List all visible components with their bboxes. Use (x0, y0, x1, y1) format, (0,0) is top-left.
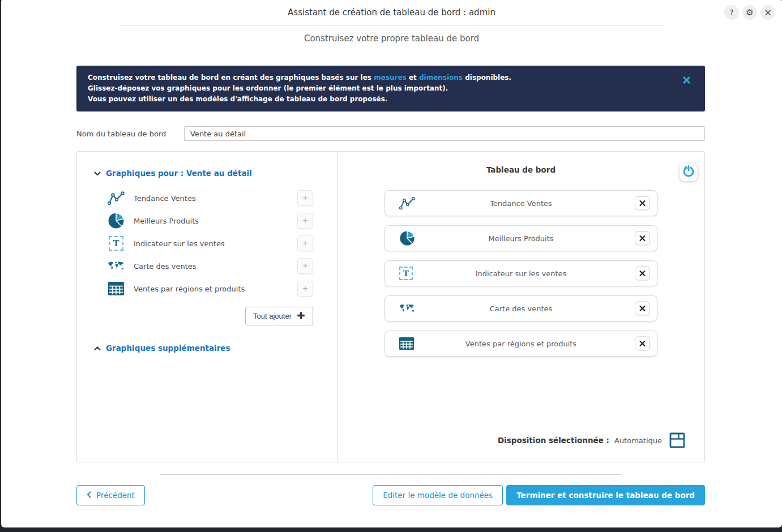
chart-item-label: Tendance Ventes (134, 194, 297, 203)
layout-value: Automatique (614, 436, 662, 445)
line-chart-icon (108, 191, 125, 205)
layout-label: Disposition sélectionnée : (498, 436, 609, 445)
dashboard-card-label: Indicateur sur les ventes (476, 269, 567, 278)
chart-item-label: Ventes par régions et produits (134, 285, 297, 293)
reset-icon (682, 165, 695, 180)
remove-card-button[interactable] (635, 231, 650, 246)
dashboard-panel: Tableau de bord Tendance Ventes (337, 152, 704, 462)
chevron-up-icon (94, 344, 101, 353)
icon-box (399, 304, 415, 314)
gear-icon[interactable]: ⚙ (742, 5, 757, 20)
dashboard-card-label: Carte des ventes (490, 304, 553, 313)
main-box: Graphiques pour : Vente au détail Tendan… (76, 151, 705, 462)
icon-box (106, 261, 126, 271)
chevron-down-icon (94, 169, 101, 178)
remove-card-button[interactable] (635, 196, 650, 211)
line-chart-icon (399, 201, 415, 212)
window-title: Assistant de création de tableau de bord… (1, 0, 782, 25)
chevron-left-icon (87, 491, 91, 500)
dimensions-link[interactable]: dimensions (419, 74, 463, 81)
add-chart-button[interactable]: + (297, 235, 313, 251)
dashboard-card[interactable]: TIndicateur sur les ventes (384, 260, 657, 286)
pie-chart-icon (108, 212, 125, 229)
close-icon[interactable] (683, 76, 690, 84)
help-icon[interactable]: ? (724, 5, 739, 20)
section-additional-charts[interactable]: Graphiques supplémentaires (94, 344, 337, 353)
add-all-label: Tout ajouter (253, 312, 292, 320)
layout-row: Disposition sélectionnée : Automatique (498, 432, 685, 448)
add-chart-button[interactable]: + (297, 281, 313, 297)
remove-card-button[interactable] (635, 267, 650, 281)
chart-item-label: Carte des ventes (134, 262, 297, 271)
section-charts-for[interactable]: Graphiques pour : Vente au détail (94, 169, 337, 178)
text-indicator-icon: T (399, 268, 413, 278)
banner-text: disponibles. (463, 74, 511, 81)
icon-box: T (106, 236, 126, 251)
info-banner: Construisez votre tableau de bord en cré… (76, 66, 705, 111)
banner-line-3: Vous pouvez utiliser un des modèles d'af… (88, 94, 665, 105)
finish-build-dashboard-button[interactable]: Terminer et construire le tableau de bor… (506, 485, 705, 505)
plus-icon (297, 311, 305, 321)
icon-box (106, 191, 126, 205)
dashboard-wizard-dialog: Assistant de création de tableau de bord… (1, 0, 782, 527)
dashboard-cards: Tendance Ventes Meilleurs ProduitsTIndic… (384, 190, 657, 357)
pie-chart-icon (399, 238, 415, 248)
banner-text: et (407, 74, 419, 81)
footer: Précédent Editer le modèle de données Te… (76, 485, 705, 505)
previous-label: Précédent (96, 491, 135, 500)
dashboard-card[interactable]: Meilleurs Produits (384, 225, 657, 251)
close-icon (639, 306, 646, 312)
dashboard-card[interactable]: Tendance Ventes (384, 190, 657, 216)
chart-list-item: TIndicateur sur les ventes+ (94, 232, 337, 255)
dashboard-card[interactable]: Ventes par régions et produits (384, 331, 657, 357)
icon-box (399, 196, 415, 210)
close-icon (639, 341, 646, 347)
chart-list: Tendance Ventes+ Meilleurs Produits+TInd… (94, 187, 337, 300)
chart-item-label: Meilleurs Produits (134, 217, 297, 225)
dashboard-card-label: Ventes par régions et produits (465, 340, 576, 348)
charts-panel: Graphiques pour : Vente au détail Tendan… (77, 152, 337, 462)
dashboard-card[interactable]: Carte des ventes (384, 295, 657, 321)
add-all-button[interactable]: Tout ajouter (245, 307, 313, 325)
banner-line-1: Construisez votre tableau de bord en cré… (88, 72, 665, 83)
text-indicator-icon: T (109, 236, 123, 251)
banner-line-2: Glissez-déposez vos graphiques pour les … (88, 83, 665, 94)
footer-right-buttons: Editer le modèle de données Terminer et … (373, 485, 705, 505)
dashboard-name-label: Nom du tableau de bord (76, 130, 184, 138)
add-chart-button[interactable]: + (297, 213, 313, 229)
close-icon (639, 200, 646, 207)
section-title: Graphiques pour : Vente au détail (106, 169, 252, 178)
chart-list-item: Tendance Ventes+ (94, 187, 337, 209)
map-icon (399, 304, 415, 315)
icon-box (399, 337, 414, 350)
add-all-row: Tout ajouter (94, 307, 313, 325)
close-icon[interactable]: × (760, 5, 775, 20)
table-icon (399, 341, 414, 352)
footer-divider (160, 474, 621, 475)
dashboard-name-row: Nom du tableau de bord (76, 126, 705, 141)
icon-box (106, 212, 126, 229)
page-title: Construisez votre propre tableau de bord (1, 33, 782, 44)
map-icon (108, 261, 125, 271)
banner-text: Construisez votre tableau de bord en cré… (88, 74, 374, 81)
close-icon (639, 271, 646, 277)
chart-list-item: Ventes par régions et produits+ (94, 277, 337, 300)
table-icon (108, 282, 124, 295)
add-chart-button[interactable]: + (297, 258, 313, 274)
dashboard-card-label: Meilleurs Produits (488, 234, 553, 243)
icon-box: T (399, 267, 413, 280)
previous-button[interactable]: Précédent (76, 485, 145, 505)
remove-card-button[interactable] (635, 302, 650, 316)
layout-icon[interactable] (669, 432, 685, 448)
window-buttons: ? ⚙ × (724, 5, 775, 20)
section-title: Graphiques supplémentaires (106, 344, 230, 353)
remove-card-button[interactable] (635, 337, 650, 351)
add-chart-button[interactable]: + (297, 190, 313, 206)
chart-list-item: Carte des ventes+ (94, 255, 337, 277)
dashboard-name-input[interactable] (184, 126, 705, 141)
icon-box (399, 230, 415, 246)
measures-link[interactable]: mesures (374, 74, 407, 81)
dashboard-card-label: Tendance Ventes (490, 199, 552, 208)
reset-button[interactable] (680, 163, 698, 181)
edit-data-model-button[interactable]: Editer le modèle de données (373, 485, 503, 505)
